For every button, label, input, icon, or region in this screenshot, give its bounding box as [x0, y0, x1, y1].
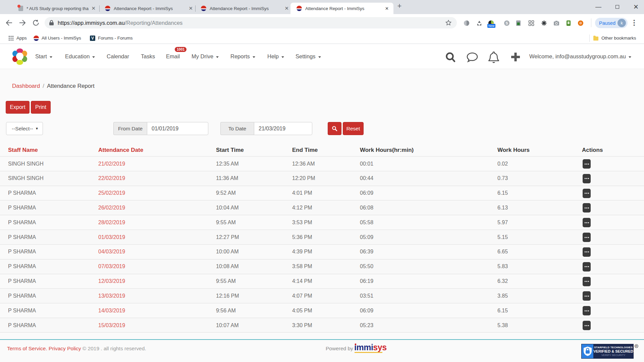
svg-text:S: S	[505, 21, 508, 25]
